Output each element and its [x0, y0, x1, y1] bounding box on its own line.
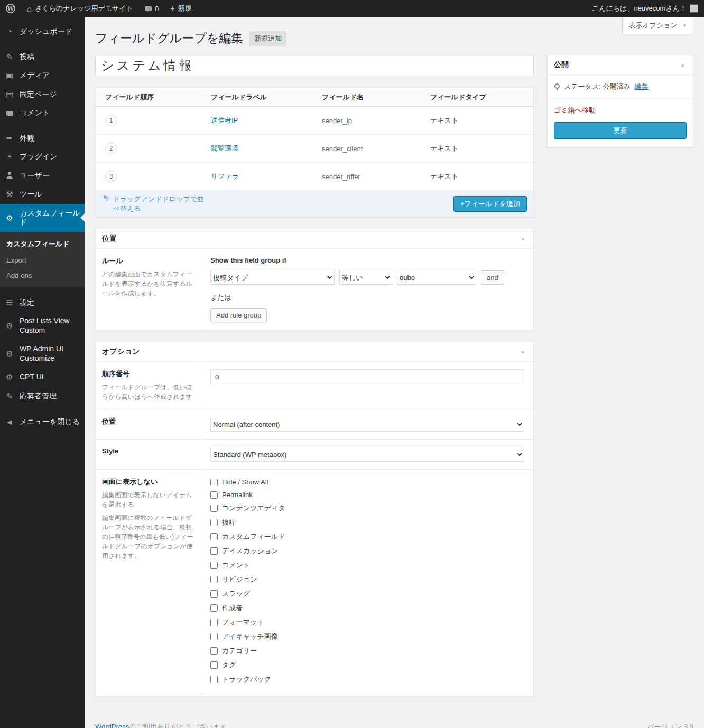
sidebar-item-appearance[interactable]: ✒ 外観	[0, 129, 85, 148]
move-to-trash-link[interactable]: ゴミ箱へ移動	[554, 106, 596, 115]
sidebar-item-tools[interactable]: ⚒ ツール	[0, 185, 85, 204]
gear-icon: ⚙	[4, 350, 15, 358]
site-name-menu[interactable]: ⌂ さくらのナレッジ用デモサイト	[21, 0, 139, 17]
site-name: さくらのナレッジ用デモサイト	[35, 4, 133, 13]
collapse-toggle-icon[interactable]: ▲	[519, 236, 527, 241]
order-number-input[interactable]	[210, 369, 524, 384]
collapse-menu-icon: ◄	[4, 418, 15, 426]
add-rule-group-button[interactable]: Add rule group	[210, 308, 267, 322]
column-header-type: フィールドタイプ	[430, 92, 524, 102]
hide-checkbox[interactable]	[210, 676, 218, 683]
avatar	[690, 4, 698, 13]
hide-checkbox[interactable]	[210, 633, 218, 640]
checkbox-label: フォーマット	[222, 618, 264, 627]
gear-icon: ⚙	[4, 373, 15, 381]
hide-checkbox[interactable]	[210, 562, 218, 569]
my-account-menu[interactable]: こんにちは、neuvecomさん！	[586, 0, 704, 17]
sidebar-item-label: Post Lists View Custom	[20, 316, 80, 335]
sidebar-item-wp-admin-ui-customize[interactable]: ⚙ WP Admin UI Customize	[0, 340, 85, 368]
comments-menu[interactable]: 0	[139, 0, 164, 17]
screen-options-tab[interactable]: 表示オプション ▼	[622, 17, 693, 34]
sidebar-subitem-export[interactable]: Export	[0, 253, 85, 268]
status-pin-icon	[554, 83, 560, 90]
sidebar-subitem-custom-fields[interactable]: カスタムフィールド	[0, 236, 85, 253]
table-row: 3 リファラ sender_riffer テキスト	[96, 163, 533, 191]
position-select[interactable]: Normal (after content)	[210, 417, 524, 432]
hide-checkbox[interactable]	[210, 547, 218, 555]
add-new-button[interactable]: 新規追加	[249, 31, 286, 46]
screen-options-label: 表示オプション	[629, 21, 678, 30]
sidebar-item-pages[interactable]: ▤ 固定ページ	[0, 85, 85, 104]
add-field-button[interactable]: +フィールドを追加	[453, 196, 527, 212]
sidebar-item-label: 固定ページ	[20, 90, 57, 99]
sidebar-item-comments[interactable]: コメント	[0, 104, 85, 123]
hide-checkbox[interactable]	[210, 576, 218, 583]
hide-checkbox[interactable]	[210, 619, 218, 626]
reorder-hint-text: ドラッグアンドドロップで並べ替える	[113, 194, 205, 213]
sidebar-item-cpt-ui[interactable]: ⚙ CPT UI	[0, 368, 85, 387]
checkbox-label: Hide / Show All	[222, 478, 268, 486]
field-label-link[interactable]: 送信者IP	[211, 116, 238, 124]
hide-checkbox[interactable]	[210, 604, 218, 612]
field-name: sender_riffer	[322, 173, 430, 181]
hide-checkbox[interactable]	[210, 590, 218, 598]
list-item: リビジョン	[210, 575, 524, 584]
hide-checkbox[interactable]	[210, 647, 218, 655]
sidebar-item-label: 設定	[20, 298, 34, 307]
sidebar-item-media[interactable]: ▣ メディア	[0, 66, 85, 85]
admin-menu: ◔ ダッシュボード ✎ 投稿 ▣ メディア ▤ 固定ページ コメント	[0, 17, 85, 728]
list-item: トラックバック	[210, 675, 524, 684]
post-status-row: ステータス: 公開済み 編集	[548, 75, 693, 99]
gear-icon: ⚙	[4, 322, 15, 330]
reorder-arrow-icon: ↰	[102, 194, 109, 203]
footer-thanks-text: のご利用ありがとうございます。	[129, 723, 234, 728]
sidebar-item-users[interactable]: ユーザー	[0, 166, 85, 185]
hide-checkbox[interactable]	[210, 661, 218, 669]
field-order-handle[interactable]: 1	[105, 115, 117, 126]
field-label-link[interactable]: リファラ	[211, 172, 239, 180]
field-order-handle[interactable]: 2	[105, 143, 117, 154]
collapse-toggle-icon[interactable]: ▲	[679, 62, 687, 68]
column-header-label: フィールドラベル	[211, 92, 322, 102]
sidebar-item-label: メディア	[20, 71, 50, 80]
field-label-link[interactable]: 閲覧環境	[211, 144, 238, 152]
sidebar-item-posts[interactable]: ✎ 投稿	[0, 48, 85, 67]
field-order-handle[interactable]: 3	[105, 171, 117, 182]
sidebar-item-plugins[interactable]: ⚡ プラグイン	[0, 147, 85, 166]
sidebar-subitem-addons[interactable]: Add-ons	[0, 268, 85, 283]
field-group-title-input[interactable]	[95, 55, 534, 76]
hide-checkbox[interactable]	[210, 491, 218, 499]
collapse-toggle-icon[interactable]: ▲	[519, 349, 527, 354]
sidebar-item-post-lists-view-custom[interactable]: ⚙ Post Lists View Custom	[0, 312, 85, 340]
checkbox-label: ディスカッション	[222, 546, 278, 556]
footer-thanks: WordPressのご利用ありがとうございます。	[95, 722, 234, 728]
rule-operator-select[interactable]: 等しい	[339, 270, 392, 285]
and-rule-button[interactable]: and	[481, 270, 504, 285]
hide-checkbox[interactable]	[210, 505, 218, 512]
reorder-hint: ↰ ドラッグアンドドロップで並べ替える	[102, 194, 205, 213]
style-select[interactable]: Standard (WP metabox)	[210, 447, 524, 462]
hide-checkbox[interactable]	[210, 479, 218, 486]
checkbox-label: 抜粋	[222, 518, 236, 527]
checkbox-label: コンテンツエディタ	[222, 503, 285, 513]
edit-status-link[interactable]: 編集	[635, 82, 649, 91]
admin-bar: W ⌂ さくらのナレッジ用デモサイト 0 + 新規 こんにちは、neuvecom…	[0, 0, 704, 17]
sidebar-item-applicants[interactable]: ✎ 応募者管理	[0, 387, 85, 406]
admin-footer: WordPressのご利用ありがとうございます。 バージョン 3.9	[95, 711, 693, 728]
wp-logo-menu[interactable]: W	[0, 0, 21, 17]
hide-checkbox[interactable]	[210, 533, 218, 540]
rule-param-select[interactable]: 投稿タイプ	[210, 270, 335, 285]
sidebar-item-label: ユーザー	[20, 171, 50, 181]
sidebar-item-settings[interactable]: ☰ 設定	[0, 293, 85, 312]
wordpress-link[interactable]: WordPress	[95, 723, 129, 728]
settings-icon: ☰	[4, 298, 15, 306]
update-button[interactable]: 更新	[554, 122, 687, 139]
sidebar-item-collapse-menu[interactable]: ◄ メニューを閉じる	[0, 413, 85, 432]
sidebar-item-custom-fields[interactable]: ⚙ カスタムフィールド	[0, 204, 85, 232]
sidebar-item-dashboard[interactable]: ◔ ダッシュボード	[0, 22, 85, 41]
new-content-menu[interactable]: + 新規	[164, 0, 197, 17]
list-item: カテゴリー	[210, 646, 524, 656]
rule-value-select[interactable]: oubo	[397, 270, 476, 285]
hide-checkbox[interactable]	[210, 519, 218, 526]
menu-separator	[0, 123, 85, 129]
